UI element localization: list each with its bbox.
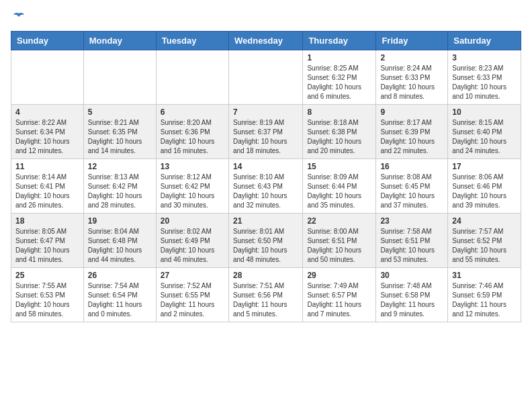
calendar-cell: 6Sunrise: 8:20 AM Sunset: 6:36 PM Daylig… <box>156 105 228 159</box>
day-info: Sunrise: 7:52 AM Sunset: 6:55 PM Dayligh… <box>161 281 224 319</box>
calendar-cell: 26Sunrise: 7:54 AM Sunset: 6:54 PM Dayli… <box>83 268 156 322</box>
calendar-cell: 28Sunrise: 7:51 AM Sunset: 6:56 PM Dayli… <box>228 268 302 322</box>
day-info: Sunrise: 8:24 AM Sunset: 6:33 PM Dayligh… <box>380 64 443 101</box>
day-of-week-header: Sunday <box>11 32 84 50</box>
day-info: Sunrise: 8:13 AM Sunset: 6:42 PM Dayligh… <box>88 173 152 210</box>
day-info: Sunrise: 8:09 AM Sunset: 6:44 PM Dayligh… <box>307 173 371 210</box>
calendar-cell: 5Sunrise: 8:21 AM Sunset: 6:35 PM Daylig… <box>83 105 156 159</box>
calendar-cell <box>228 50 302 105</box>
calendar-header-row: SundayMondayTuesdayWednesdayThursdayFrid… <box>11 32 521 50</box>
day-info: Sunrise: 7:58 AM Sunset: 6:51 PM Dayligh… <box>380 227 443 265</box>
calendar-cell: 4Sunrise: 8:22 AM Sunset: 6:34 PM Daylig… <box>11 105 84 159</box>
calendar-cell: 30Sunrise: 7:48 AM Sunset: 6:58 PM Dayli… <box>376 268 448 322</box>
calendar-cell: 27Sunrise: 7:52 AM Sunset: 6:55 PM Dayli… <box>156 268 228 322</box>
day-number: 25 <box>15 271 79 280</box>
day-info: Sunrise: 8:06 AM Sunset: 6:46 PM Dayligh… <box>452 173 517 210</box>
calendar-cell: 7Sunrise: 8:19 AM Sunset: 6:37 PM Daylig… <box>228 105 302 159</box>
day-number: 9 <box>380 107 443 117</box>
calendar-cell: 25Sunrise: 7:55 AM Sunset: 6:53 PM Dayli… <box>11 268 84 322</box>
day-number: 21 <box>233 216 298 226</box>
day-number: 12 <box>88 162 152 171</box>
calendar-cell: 19Sunrise: 8:04 AM Sunset: 6:48 PM Dayli… <box>83 214 156 268</box>
calendar-cell: 13Sunrise: 8:12 AM Sunset: 6:42 PM Dayli… <box>156 159 228 214</box>
day-of-week-header: Monday <box>83 32 156 50</box>
logo-bird-icon <box>12 11 26 24</box>
day-number: 13 <box>161 162 224 171</box>
day-number: 17 <box>452 162 517 171</box>
calendar-cell <box>11 50 84 105</box>
calendar-cell: 18Sunrise: 8:05 AM Sunset: 6:47 PM Dayli… <box>11 214 84 268</box>
day-info: Sunrise: 8:10 AM Sunset: 6:43 PM Dayligh… <box>233 173 298 210</box>
calendar-cell: 17Sunrise: 8:06 AM Sunset: 6:46 PM Dayli… <box>448 159 521 214</box>
calendar-cell: 24Sunrise: 7:57 AM Sunset: 6:52 PM Dayli… <box>448 214 521 268</box>
day-of-week-header: Tuesday <box>156 32 228 50</box>
day-of-week-header: Friday <box>376 32 448 50</box>
day-number: 2 <box>380 53 443 62</box>
day-info: Sunrise: 7:48 AM Sunset: 6:58 PM Dayligh… <box>380 281 443 319</box>
day-info: Sunrise: 8:18 AM Sunset: 6:38 PM Dayligh… <box>307 118 371 156</box>
calendar-week-row: 1Sunrise: 8:25 AM Sunset: 6:32 PM Daylig… <box>11 50 521 105</box>
day-number: 10 <box>452 107 517 117</box>
day-number: 28 <box>233 271 298 280</box>
day-number: 7 <box>233 107 298 117</box>
day-number: 15 <box>307 162 371 171</box>
calendar-cell: 8Sunrise: 8:18 AM Sunset: 6:38 PM Daylig… <box>303 105 376 159</box>
day-info: Sunrise: 8:04 AM Sunset: 6:48 PM Dayligh… <box>88 227 152 265</box>
day-number: 1 <box>307 53 371 62</box>
day-info: Sunrise: 7:57 AM Sunset: 6:52 PM Dayligh… <box>452 227 517 265</box>
day-number: 11 <box>15 162 79 171</box>
day-of-week-header: Saturday <box>448 32 521 50</box>
day-number: 4 <box>15 107 79 117</box>
day-info: Sunrise: 8:15 AM Sunset: 6:40 PM Dayligh… <box>452 118 517 156</box>
day-number: 8 <box>307 107 371 117</box>
day-info: Sunrise: 7:51 AM Sunset: 6:56 PM Dayligh… <box>233 281 298 319</box>
day-number: 19 <box>88 216 152 226</box>
day-info: Sunrise: 8:20 AM Sunset: 6:36 PM Dayligh… <box>161 118 224 156</box>
calendar-cell: 1Sunrise: 8:25 AM Sunset: 6:32 PM Daylig… <box>303 50 376 105</box>
day-number: 26 <box>88 271 152 280</box>
day-number: 3 <box>452 53 517 62</box>
day-number: 16 <box>380 162 443 171</box>
day-info: Sunrise: 8:00 AM Sunset: 6:51 PM Dayligh… <box>307 227 371 265</box>
day-number: 31 <box>452 271 517 280</box>
calendar-cell <box>156 50 228 105</box>
calendar-cell: 11Sunrise: 8:14 AM Sunset: 6:41 PM Dayli… <box>11 159 84 214</box>
calendar-cell: 12Sunrise: 8:13 AM Sunset: 6:42 PM Dayli… <box>83 159 156 214</box>
day-info: Sunrise: 8:12 AM Sunset: 6:42 PM Dayligh… <box>161 173 224 210</box>
calendar-cell: 10Sunrise: 8:15 AM Sunset: 6:40 PM Dayli… <box>448 105 521 159</box>
day-info: Sunrise: 7:46 AM Sunset: 6:59 PM Dayligh… <box>452 281 517 319</box>
day-number: 29 <box>307 271 371 280</box>
day-info: Sunrise: 8:19 AM Sunset: 6:37 PM Dayligh… <box>233 118 298 156</box>
calendar-cell: 31Sunrise: 7:46 AM Sunset: 6:59 PM Dayli… <box>448 268 521 322</box>
calendar-table: SundayMondayTuesdayWednesdayThursdayFrid… <box>11 31 521 322</box>
day-info: Sunrise: 8:01 AM Sunset: 6:50 PM Dayligh… <box>233 227 298 265</box>
day-number: 30 <box>380 271 443 280</box>
day-number: 23 <box>380 216 443 226</box>
day-number: 5 <box>88 107 152 117</box>
page-header <box>11 11 521 24</box>
day-number: 20 <box>161 216 224 226</box>
calendar-cell: 9Sunrise: 8:17 AM Sunset: 6:39 PM Daylig… <box>376 105 448 159</box>
calendar-cell <box>83 50 156 105</box>
day-info: Sunrise: 7:49 AM Sunset: 6:57 PM Dayligh… <box>307 281 371 319</box>
day-info: Sunrise: 8:22 AM Sunset: 6:34 PM Dayligh… <box>15 118 79 156</box>
logo <box>11 11 26 24</box>
calendar-week-row: 4Sunrise: 8:22 AM Sunset: 6:34 PM Daylig… <box>11 105 521 159</box>
day-number: 27 <box>161 271 224 280</box>
calendar-cell: 14Sunrise: 8:10 AM Sunset: 6:43 PM Dayli… <box>228 159 302 214</box>
day-number: 24 <box>452 216 517 226</box>
calendar-cell: 21Sunrise: 8:01 AM Sunset: 6:50 PM Dayli… <box>228 214 302 268</box>
day-info: Sunrise: 7:55 AM Sunset: 6:53 PM Dayligh… <box>15 281 79 319</box>
day-number: 22 <box>307 216 371 226</box>
calendar-cell: 22Sunrise: 8:00 AM Sunset: 6:51 PM Dayli… <box>303 214 376 268</box>
calendar-cell: 3Sunrise: 8:23 AM Sunset: 6:33 PM Daylig… <box>448 50 521 105</box>
day-info: Sunrise: 8:05 AM Sunset: 6:47 PM Dayligh… <box>15 227 79 265</box>
day-of-week-header: Wednesday <box>228 32 302 50</box>
day-number: 14 <box>233 162 298 171</box>
calendar-week-row: 11Sunrise: 8:14 AM Sunset: 6:41 PM Dayli… <box>11 159 521 214</box>
day-info: Sunrise: 8:17 AM Sunset: 6:39 PM Dayligh… <box>380 118 443 156</box>
day-number: 18 <box>15 216 79 226</box>
calendar-cell: 23Sunrise: 7:58 AM Sunset: 6:51 PM Dayli… <box>376 214 448 268</box>
day-info: Sunrise: 7:54 AM Sunset: 6:54 PM Dayligh… <box>88 281 152 319</box>
calendar-week-row: 18Sunrise: 8:05 AM Sunset: 6:47 PM Dayli… <box>11 214 521 268</box>
